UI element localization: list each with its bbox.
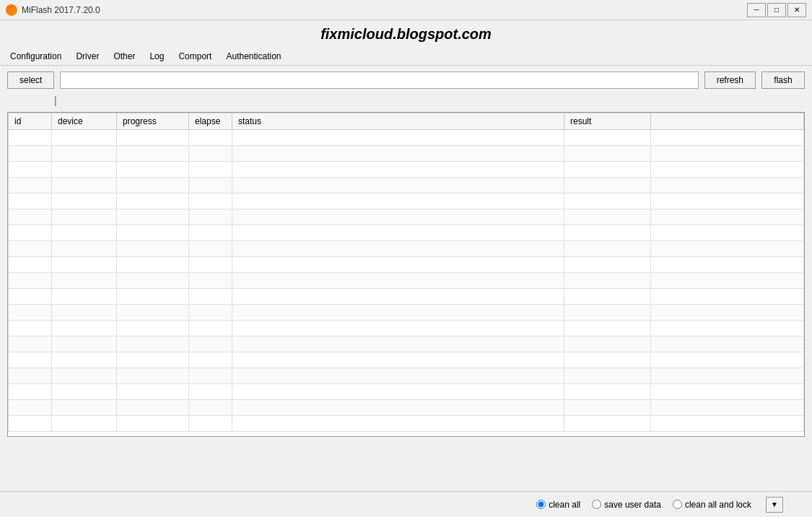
bottom-bar: clean all save user data clean all and l…: [0, 491, 812, 517]
menu-item-log[interactable]: Log: [142, 50, 171, 63]
radio-save-user-data: save user data: [592, 500, 661, 510]
radio-clean-all-lock: clean all and lock: [673, 500, 751, 510]
minimize-button[interactable]: ─: [747, 3, 766, 17]
radio-clean-all-lock-input[interactable]: [673, 500, 682, 509]
table-row: [9, 241, 804, 257]
flash-button[interactable]: flash: [761, 71, 805, 89]
table-row: [9, 273, 804, 289]
app-title: MiFlash 2017.7.20.0: [22, 5, 100, 15]
table-row: [9, 400, 804, 416]
radio-clean-all-label[interactable]: clean all: [549, 500, 580, 510]
table-row: [9, 416, 804, 432]
table-row: [9, 289, 804, 305]
dropdown-arrow-button[interactable]: ▼: [766, 497, 783, 513]
table-row: [9, 130, 804, 146]
table-row: [9, 146, 804, 162]
table-row: [9, 352, 804, 368]
radio-clean-all: clean all: [536, 500, 580, 510]
refresh-button[interactable]: refresh: [704, 71, 756, 89]
title-bar-left: MiFlash 2017.7.20.0: [6, 4, 100, 16]
title-bar: MiFlash 2017.7.20.0 ─ □ ✕: [0, 0, 812, 20]
menu-item-configuration[interactable]: Configuration: [3, 50, 69, 63]
col-header-result: result: [564, 113, 651, 130]
table-row: [9, 368, 804, 384]
device-table: id device progress elapse status result: [8, 113, 804, 432]
col-header-id: id: [9, 113, 52, 130]
col-header-extra: [651, 113, 804, 130]
restore-button[interactable]: □: [767, 3, 786, 17]
table-row: [9, 209, 804, 225]
toolbar: select refresh flash: [0, 66, 812, 95]
table-row: [9, 178, 804, 194]
col-header-device: device: [52, 113, 117, 130]
table-header-row: id device progress elapse status result: [9, 113, 804, 130]
device-table-container: id device progress elapse status result: [7, 112, 805, 437]
radio-save-user-data-input[interactable]: [592, 500, 601, 509]
menu-item-authentication[interactable]: Authentication: [219, 50, 288, 63]
toolbar-separator: [0, 95, 812, 109]
menu-item-comport[interactable]: Comport: [171, 50, 219, 63]
select-button[interactable]: select: [7, 71, 54, 89]
table-row: [9, 384, 804, 400]
file-path-input[interactable]: [60, 71, 698, 89]
table-row: [9, 336, 804, 352]
radio-clean-all-lock-label[interactable]: clean all and lock: [685, 500, 751, 510]
table-row: [9, 321, 804, 336]
page-title: fixmicloud.blogspot.com: [0, 20, 812, 47]
col-header-elapse: elapse: [189, 113, 232, 130]
col-header-progress: progress: [117, 113, 189, 130]
table-row: [9, 257, 804, 273]
menu-bar: Configuration Driver Other Log Comport A…: [0, 47, 812, 66]
menu-item-driver[interactable]: Driver: [69, 50, 106, 63]
mi-icon: [6, 4, 17, 16]
table-row: [9, 194, 804, 209]
close-button[interactable]: ✕: [787, 3, 806, 17]
toolbar-right: refresh flash: [704, 71, 805, 89]
col-header-status: status: [232, 113, 564, 130]
radio-clean-all-input[interactable]: [536, 500, 546, 509]
radio-save-user-data-label[interactable]: save user data: [604, 500, 661, 510]
table-row: [9, 225, 804, 241]
table-row: [9, 162, 804, 178]
table-body: [9, 130, 804, 432]
table-row: [9, 305, 804, 321]
window-controls: ─ □ ✕: [747, 3, 806, 17]
menu-item-other[interactable]: Other: [106, 50, 142, 63]
